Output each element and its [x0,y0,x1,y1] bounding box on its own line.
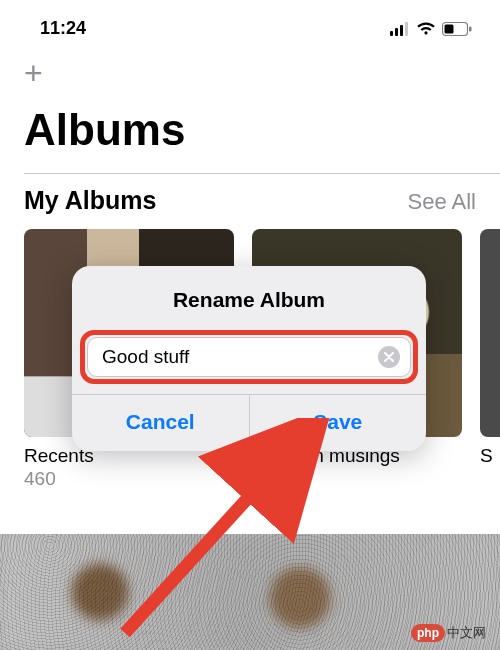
album-name-input-wrap[interactable] [87,337,411,377]
dialog-button-row: Cancel Save [72,394,426,451]
annotation-highlight [80,330,418,384]
close-icon [384,352,394,362]
svg-rect-1 [395,28,398,36]
album-name: S [480,445,500,467]
status-time: 11:24 [40,18,86,39]
save-button[interactable]: Save [250,395,427,451]
section-title: My Albums [24,186,156,215]
status-bar: 11:24 [0,0,500,47]
dialog-title: Rename Album [72,266,426,330]
cancel-button[interactable]: Cancel [72,395,250,451]
rename-album-dialog: Rename Album Cancel Save [72,266,426,451]
watermark-badge: php [411,624,445,642]
album-item[interactable]: S [480,229,500,492]
add-album-button[interactable]: + [24,55,43,91]
see-all-link[interactable]: See All [408,189,477,215]
svg-rect-2 [400,25,403,36]
watermark: php 中文网 [411,624,486,642]
toolbar: + [0,47,500,93]
svg-rect-3 [405,22,408,36]
album-count: 9 [252,467,462,492]
svg-rect-6 [469,26,472,31]
album-thumbnail[interactable] [480,229,500,437]
watermark-text: 中文网 [447,624,486,642]
section-header: My Albums See All [0,174,500,229]
battery-icon [442,22,472,36]
svg-rect-0 [390,31,393,36]
wifi-icon [416,22,436,36]
svg-rect-5 [445,24,454,33]
album-name-input[interactable] [102,346,378,368]
album-count: 460 [24,467,234,492]
cellular-icon [390,22,410,36]
clear-input-button[interactable] [378,346,400,368]
page-title: Albums [0,93,500,173]
status-indicators [390,22,472,36]
